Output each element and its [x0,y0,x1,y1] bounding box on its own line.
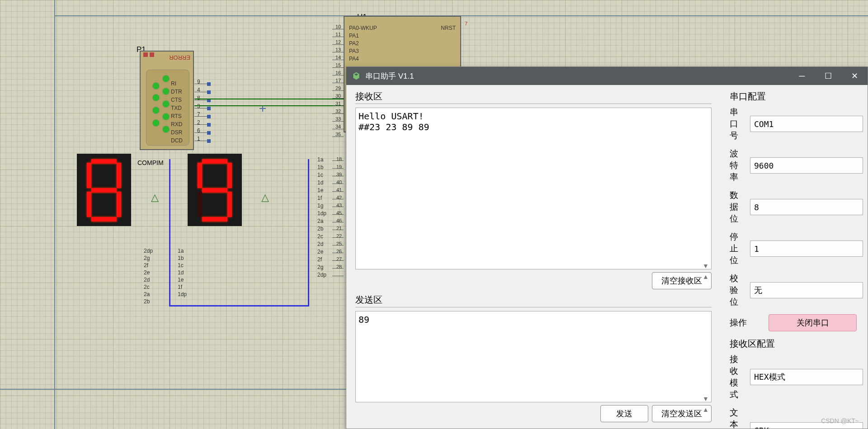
port-label: 串口号 [730,106,744,141]
rx-mode-label: 接收模式 [730,354,744,401]
parity-label: 校验位 [730,273,744,308]
guide-line [54,0,55,429]
config-pane: 串口配置 串口号 波特率 数据位 停止位 校验位 操作关闭串口 接收区配置 接收… [721,85,868,429]
net-label: 2dp [317,272,326,278]
component-value: COMPIM [137,159,164,166]
ground-arrow-icon: △ [261,192,269,203]
cursor-crosshair-icon [259,105,266,112]
net-pin-num: 40 [336,179,342,185]
rx-textarea[interactable] [355,108,712,269]
net-label: 2e [144,269,150,276]
compim-pin-name: DTR [171,89,182,95]
compim-pin-name: DCD [171,137,183,144]
compim-pin-name: CTS [171,97,182,103]
net-label: 2f [144,262,148,269]
net-pin-num: 27 [336,256,342,262]
parity-input[interactable] [750,282,863,298]
net-label: 1e [178,277,184,283]
window-controls: ─ ☐ ✕ [789,67,868,85]
seven-segment-right[interactable] [188,154,242,226]
net-label: 1b [317,164,323,170]
net-label: 2e [317,249,323,255]
compim-pin-name: DSR [171,129,182,136]
net-label: 2b [317,226,323,232]
net-label: 2dp [144,248,153,254]
minimize-button[interactable]: ─ [789,67,815,85]
stopbits-label: 停止位 [730,231,744,266]
net-label: 1c [178,262,184,269]
compim-pin-name: RXD [171,121,182,127]
net-label: 1c [317,172,323,178]
scroll-up-icon[interactable]: ▲ [703,406,709,413]
net-pin-num: 43 [336,203,342,208]
watermark: CSDN @KT~ [821,417,859,424]
net-pin-num: 45 [336,210,342,216]
tx-textarea[interactable] [355,311,712,402]
databits-label: 数据位 [730,189,744,225]
databits-input[interactable] [750,199,863,215]
net-label: 1e [317,187,323,193]
close-port-button[interactable]: 关闭串口 [769,314,857,331]
guide-line [54,15,868,16]
baud-input[interactable] [750,157,863,174]
close-button[interactable]: ✕ [841,67,868,85]
maximize-button[interactable]: ☐ [815,67,841,85]
scroll-up-icon[interactable]: ▲ [703,273,709,280]
net-label: 2c [144,284,150,290]
net-pin-num: 18 [336,156,342,162]
wire [194,105,348,106]
tx-section-title: 发送区 [355,294,712,307]
net-label: 2c [317,233,323,240]
seven-segment-left[interactable] [77,154,131,226]
net-pin-num: 41 [336,187,342,193]
rx-enc-label: 文本编码 [730,407,744,429]
net-label: 1d [317,179,323,186]
port-config-title: 串口配置 [730,90,863,103]
error-label: ERROR [169,54,190,61]
net-pin-num: 22 [336,233,342,239]
net-pin-num: 39 [336,172,342,177]
net-label: 2a [317,218,323,224]
net-label: 2d [144,277,150,283]
net-pin-num: 25 [336,241,342,246]
net-label: 2a [144,291,150,297]
net-label: 2f [317,256,322,263]
send-button[interactable]: 发送 [600,405,648,422]
rx-mode-input[interactable] [750,369,863,385]
net-label: 1d [178,269,184,276]
titlebar[interactable]: 串口助手 V1.1 ─ ☐ ✕ [346,67,868,85]
wire [169,159,170,306]
port-input[interactable] [750,116,863,132]
compim-component[interactable]: ERROR [140,51,194,150]
rx-section-title: 接收区 [355,90,712,104]
net-label: 1f [317,195,322,201]
left-pane: 接收区 ▲▼ 清空接收区 发送区 ▲▼ 发送 清空发送区 [346,85,721,429]
net-label: 1dp [317,210,326,217]
net-pin-num: 42 [336,195,342,200]
net-pin-num: 28 [336,264,342,269]
scroll-down-icon[interactable]: ▼ [703,395,709,402]
window-title: 串口助手 V1.1 [365,71,414,81]
rx-config-title: 接收区配置 [730,338,863,350]
wire [194,99,348,99]
net-pin-num: 19 [336,164,342,170]
compim-pin-name: RI [171,80,176,87]
serial-tool-window: 串口助手 V1.1 ─ ☐ ✕ 接收区 ▲▼ 清空接收区 发送区 ▲▼ 发送 清… [346,66,868,429]
ground-arrow-icon: △ [151,192,159,203]
net-label: 2b [144,298,150,305]
wire [169,305,309,306]
scroll-down-icon[interactable]: ▼ [703,262,709,269]
stopbits-input[interactable] [750,240,863,257]
net-label: 1g [317,203,323,209]
net-label: 1f [178,284,182,290]
app-icon [352,71,361,80]
net-label: 1a [317,156,323,163]
net-label: 1dp [178,291,187,297]
net-label: 1b [178,255,184,261]
net-label: 1a [178,248,184,254]
net-label: 2d [317,241,323,247]
baud-label: 波特率 [730,148,744,183]
wire [308,159,309,306]
net-label: 2g [144,255,150,261]
net-pin-num: 46 [336,218,342,223]
